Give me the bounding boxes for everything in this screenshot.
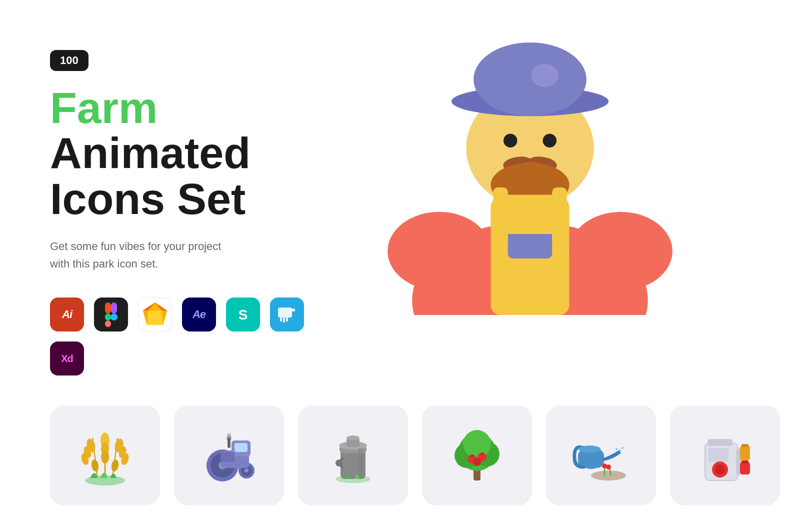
svg-point-73	[346, 436, 360, 440]
svg-point-4	[110, 314, 118, 320]
icon-card-milk-can[interactable]	[298, 406, 408, 506]
svg-point-51	[110, 459, 120, 472]
itch-icon	[270, 298, 304, 332]
sketch-icon	[138, 298, 172, 332]
tool-adobe-illustrator[interactable]: Ai	[50, 298, 84, 332]
tool-itch[interactable]	[270, 298, 304, 332]
icon-card-apple-tree[interactable]	[422, 406, 532, 506]
stache-icon: S	[226, 298, 260, 332]
tool-sketch[interactable]	[138, 298, 172, 332]
title-animated: Animated	[50, 130, 310, 176]
tractor-icon	[196, 423, 262, 488]
svg-rect-63	[234, 443, 248, 452]
svg-point-94	[622, 447, 624, 449]
svg-rect-75	[358, 448, 363, 478]
svg-rect-105	[740, 446, 750, 460]
svg-rect-1	[105, 302, 111, 314]
subtitle: Get some fun vibes for your projectwith …	[50, 238, 260, 272]
icon-card-watering-can[interactable]	[546, 406, 656, 506]
svg-point-24	[570, 212, 672, 290]
svg-point-74	[336, 460, 342, 466]
svg-point-47	[90, 459, 100, 472]
tool-figma[interactable]	[94, 298, 128, 332]
svg-point-23	[388, 212, 490, 290]
svg-rect-108	[742, 460, 748, 464]
farmer-illustration	[385, 40, 675, 315]
left-content: 100 Farm Animated Icons Set Get some fun…	[50, 40, 310, 376]
svg-point-54	[101, 450, 109, 464]
page: 100 Farm Animated Icons Set Get some fun…	[0, 0, 800, 532]
svg-rect-99	[708, 448, 728, 462]
svg-rect-39	[496, 194, 564, 234]
tools-row: Ai	[50, 298, 310, 376]
svg-text:S: S	[238, 307, 248, 322]
tool-adobe-xd[interactable]: Xd	[50, 342, 84, 376]
icon-card-fuel-pump[interactable]	[670, 406, 780, 506]
svg-point-29	[474, 42, 586, 116]
svg-rect-17	[291, 308, 295, 312]
svg-rect-16	[278, 308, 292, 318]
farmer-svg	[385, 40, 675, 315]
svg-point-32	[543, 134, 557, 148]
svg-rect-107	[742, 444, 748, 447]
title-farm: Farm	[50, 86, 310, 130]
title-icons-set: Icons Set	[50, 176, 310, 222]
svg-point-31	[504, 134, 518, 148]
svg-point-80	[463, 430, 491, 458]
icon-card-wheat[interactable]	[50, 406, 160, 506]
icon-card-tractor[interactable]	[174, 406, 284, 506]
svg-rect-5	[105, 320, 111, 327]
svg-point-67	[227, 433, 231, 437]
svg-rect-106	[740, 462, 750, 474]
watering-can-icon	[568, 423, 634, 488]
svg-rect-3	[105, 314, 111, 320]
svg-point-101	[715, 464, 725, 474]
svg-rect-0	[94, 298, 128, 332]
svg-rect-2	[111, 302, 117, 314]
svg-point-30	[531, 64, 558, 87]
figma-icon	[94, 298, 128, 332]
svg-point-90	[606, 464, 611, 470]
svg-point-86	[591, 470, 626, 480]
svg-marker-12	[147, 310, 163, 325]
svg-rect-18	[280, 318, 282, 322]
tool-after-effects[interactable]: Ae	[182, 298, 216, 332]
svg-point-60	[244, 468, 248, 472]
svg-rect-104	[708, 439, 732, 446]
fuel-pump-icon	[692, 423, 758, 488]
svg-point-96	[578, 446, 600, 452]
svg-point-83	[473, 458, 481, 466]
svg-rect-64	[220, 452, 234, 462]
tool-stache[interactable]: S	[226, 298, 260, 332]
count-badge: 100	[50, 50, 88, 71]
svg-point-95	[616, 448, 618, 450]
wheat-icon	[72, 423, 138, 488]
icons-row	[50, 406, 750, 506]
right-content	[310, 40, 750, 315]
apple-tree-icon	[444, 423, 510, 488]
top-section: 100 Farm Animated Icons Set Get some fun…	[50, 40, 750, 376]
svg-point-93	[618, 450, 621, 452]
svg-rect-19	[283, 318, 285, 322]
svg-rect-20	[286, 318, 288, 322]
milk-can-icon	[320, 423, 386, 488]
